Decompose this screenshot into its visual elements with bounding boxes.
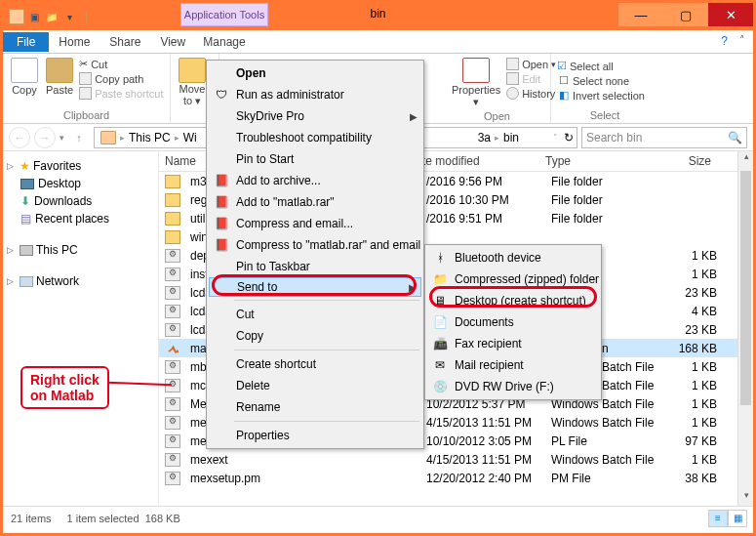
file-icon: [165, 286, 180, 300]
context-menu-item[interactable]: Cut: [209, 304, 421, 325]
menu-item-icon: 🖥: [431, 294, 449, 308]
context-menu-item[interactable]: Copy: [209, 325, 421, 347]
context-menu-item[interactable]: 📕Add to archive...: [209, 170, 421, 191]
context-menu-item[interactable]: 📕Compress and email...: [209, 213, 421, 234]
context-menu-item[interactable]: 📕Add to "matlab.rar": [209, 191, 421, 213]
paste-button[interactable]: Paste: [44, 56, 75, 98]
properties-button[interactable]: Properties▾: [450, 56, 502, 110]
nav-downloads[interactable]: ⬇Downloads: [7, 192, 154, 210]
context-menu-item[interactable]: Pin to Taskbar: [209, 256, 421, 277]
select-none-button[interactable]: ☐Select none: [557, 74, 653, 87]
submenu-arrow-icon: ▶: [409, 282, 417, 293]
sendto-item[interactable]: 💿DVD RW Drive (F:): [427, 376, 599, 397]
minimize-button[interactable]: —: [618, 3, 663, 26]
nav-back-button[interactable]: ←: [9, 127, 30, 148]
context-menu-item[interactable]: Create shortcut: [209, 353, 421, 375]
file-row[interactable]: mexsetup.pm12/20/2012 2:40 PMPM File38 K…: [159, 469, 753, 487]
maximize-button[interactable]: ▢: [663, 3, 708, 26]
search-placeholder: Search bin: [586, 131, 642, 144]
crumb-bin[interactable]: bin: [500, 131, 522, 144]
history-button[interactable]: History: [506, 87, 556, 100]
copy-path-button[interactable]: Copy path: [79, 72, 163, 85]
app-icon: [165, 342, 180, 355]
nav-history-dropdown[interactable]: ▾: [60, 133, 64, 143]
help-icon[interactable]: ?: [721, 34, 728, 48]
refresh-icon[interactable]: ↻: [564, 131, 574, 144]
scroll-up-icon[interactable]: ▴: [738, 151, 754, 167]
sendto-item[interactable]: ✉Mail recipient: [427, 354, 599, 376]
open-button[interactable]: Open▾: [506, 58, 556, 70]
sendto-item[interactable]: ᚼBluetooth device: [427, 247, 599, 268]
nav-recent[interactable]: ▤Recent places: [7, 210, 154, 227]
context-menu-item[interactable]: Troubleshoot compatibility: [209, 127, 421, 148]
col-type[interactable]: Type: [545, 154, 662, 168]
scrollbar-thumb[interactable]: [740, 171, 751, 405]
nav-network[interactable]: ▷Network: [7, 272, 154, 290]
menu-item-icon: 📕: [213, 195, 230, 209]
addr-dropdown-icon[interactable]: ˅: [553, 133, 558, 143]
scissors-icon: ✂: [79, 58, 88, 70]
context-menu-item[interactable]: SkyDrive Pro▶: [209, 105, 421, 127]
view-details-button[interactable]: ≡: [708, 510, 728, 527]
copy-button[interactable]: Copy: [9, 56, 40, 98]
nav-forward-button[interactable]: →: [34, 127, 56, 148]
cut-button[interactable]: ✂Cut: [79, 58, 163, 70]
clipboard-group-label: Clipboard: [9, 109, 164, 123]
invert-selection-button[interactable]: ◧Invert selection: [557, 89, 653, 102]
context-menu-item[interactable]: Properties: [209, 425, 421, 446]
close-button[interactable]: ✕: [708, 3, 753, 26]
tab-home[interactable]: Home: [49, 32, 99, 52]
sendto-item[interactable]: 🖥Desktop (create shortcut): [427, 290, 599, 311]
nav-desktop[interactable]: Desktop: [7, 175, 154, 192]
status-selection: 1 item selected 168 KB: [67, 513, 180, 524]
crumb-drive[interactable]: Wi: [180, 131, 200, 144]
qat-dropdown-icon[interactable]: ▾: [61, 9, 77, 24]
context-menu-item[interactable]: Send to▶: [209, 277, 421, 297]
crumb-3a[interactable]: 3a: [475, 131, 494, 144]
app-tools-tab[interactable]: Application Tools: [180, 3, 268, 26]
sendto-submenu: ᚼBluetooth device📁Compressed (zipped) fo…: [424, 244, 602, 400]
file-icon: [165, 249, 180, 263]
sendto-item[interactable]: 📁Compressed (zipped) folder: [427, 268, 599, 290]
nav-favorites[interactable]: ▷★Favorites: [7, 157, 154, 175]
nav-up-button[interactable]: ↑: [68, 127, 90, 148]
col-date[interactable]: te modified: [420, 154, 545, 168]
folder-icon: [165, 212, 180, 226]
tab-share[interactable]: Share: [99, 32, 150, 52]
sendto-item[interactable]: 📄Documents: [427, 311, 599, 333]
scroll-down-icon[interactable]: ▾: [738, 490, 754, 506]
search-input[interactable]: Search bin 🔍: [581, 127, 747, 148]
recent-icon: ▤: [20, 212, 31, 226]
menu-item-icon: 💿: [431, 380, 449, 393]
tab-file[interactable]: File: [3, 32, 49, 52]
context-menu-item[interactable]: 🛡Run as administrator: [209, 84, 421, 105]
scrollbar[interactable]: ▴ ▾: [737, 151, 753, 506]
ribbon-collapse-icon[interactable]: ˄: [739, 34, 745, 47]
context-menu-item[interactable]: Pin to Start: [209, 148, 421, 170]
file-icon: [165, 434, 180, 448]
context-menu-item[interactable]: Rename: [209, 396, 421, 418]
nav-thispc[interactable]: ▷This PC: [7, 241, 154, 259]
desktop-icon: [20, 179, 34, 189]
qat-newfolder-icon[interactable]: 📁: [44, 9, 60, 24]
context-menu-item[interactable]: Delete: [209, 375, 421, 396]
col-size[interactable]: Size: [662, 154, 721, 168]
file-icon: [165, 305, 180, 318]
menu-item-icon: 📁: [431, 272, 449, 286]
select-all-button[interactable]: Select all: [557, 60, 653, 72]
search-icon: 🔍: [728, 131, 742, 144]
qat-folder-icon: [9, 9, 24, 24]
context-menu-item[interactable]: 📕Compress to "matlab.rar" and email: [209, 234, 421, 256]
crumb-thispc[interactable]: This PC: [126, 131, 174, 144]
qat-props-icon[interactable]: ▣: [26, 9, 42, 24]
file-row[interactable]: mexext4/15/2013 11:51 PMWindows Batch Fi…: [159, 450, 753, 469]
view-icons-button[interactable]: ▦: [728, 510, 747, 527]
context-menu-item[interactable]: Open: [209, 62, 421, 84]
status-count: 21 items: [11, 513, 52, 524]
file-icon: [165, 416, 180, 430]
move-to-button[interactable]: Moveto ▾: [177, 56, 208, 108]
tab-manage[interactable]: Manage: [180, 35, 268, 49]
ribbon-tabs: File Home Share View Manage ˄ ?: [3, 30, 753, 54]
title-bar: ▣ 📁 ▾ │ Application Tools bin — ▢ ✕: [3, 3, 753, 30]
sendto-item[interactable]: 📠Fax recipient: [427, 333, 599, 354]
